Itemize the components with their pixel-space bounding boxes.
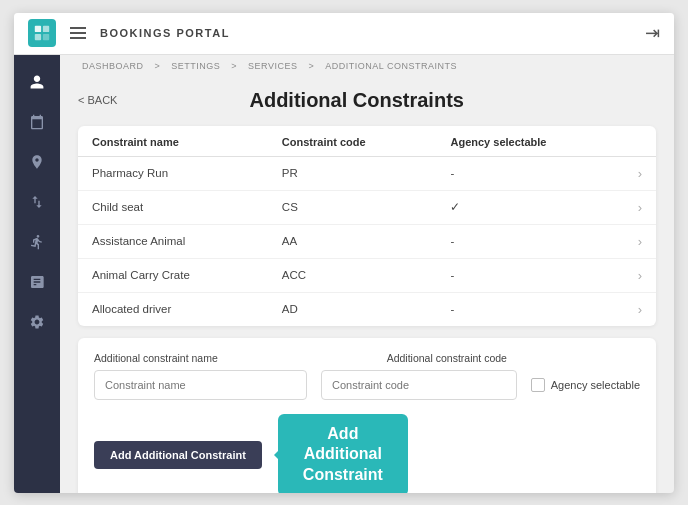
form-name-label: Additional constraint name [94,352,373,364]
row-agency: ✓ [436,190,623,224]
row-code: AD [268,292,437,326]
tooltip-bubble: Add AdditionalConstraint [278,414,408,493]
agency-selectable-label: Agency selectable [551,379,640,391]
add-constraint-button[interactable]: Add Additional Constraint [94,441,262,469]
row-agency: - [436,224,623,258]
sidebar-item-bookings[interactable] [19,105,55,139]
table-row[interactable]: Pharmacy Run PR - › [78,156,656,190]
row-agency: - [436,292,623,326]
content-area: DASHBOARD > SETTINGS > SERVICES > ADDITI… [60,55,674,493]
table-row[interactable]: Animal Carry Crate ACC - › [78,258,656,292]
breadcrumb: DASHBOARD > SETTINGS > SERVICES > ADDITI… [60,55,674,77]
constraints-table-card: Constraint name Constraint code Agency s… [78,126,656,326]
topbar-title: BOOKINGS PORTAL [100,27,645,39]
sidebar-item-users[interactable] [19,65,55,99]
row-code: AA [268,224,437,258]
form-inputs-row: Agency selectable [94,370,640,400]
constraint-name-input[interactable] [94,370,307,400]
row-agency: - [436,156,623,190]
row-name: Allocated driver [78,292,268,326]
agency-selectable-checkbox-wrapper[interactable]: Agency selectable [531,378,640,392]
row-chevron[interactable]: › [624,224,656,258]
row-chevron[interactable]: › [624,258,656,292]
add-constraint-form: Additional constraint name Additional co… [78,338,656,493]
svg-rect-1 [43,26,49,32]
back-link[interactable]: < BACK [78,94,117,106]
sidebar-item-reports[interactable] [19,265,55,299]
sidebar-item-settings[interactable] [19,305,55,339]
hamburger-icon[interactable] [70,27,86,39]
topbar: BOOKINGS PORTAL ⇥ [14,13,674,55]
sidebar [14,55,60,493]
constraint-code-input[interactable] [321,370,517,400]
app-window: BOOKINGS PORTAL ⇥ [14,13,674,493]
col-header-code: Constraint code [268,126,437,157]
row-code: PR [268,156,437,190]
col-header-name: Constraint name [78,126,268,157]
svg-rect-2 [35,34,41,40]
form-labels-row: Additional constraint name Additional co… [94,352,640,364]
agency-selectable-checkbox[interactable] [531,378,545,392]
logout-icon[interactable]: ⇥ [645,22,660,44]
row-chevron[interactable]: › [624,190,656,224]
table-row[interactable]: Allocated driver AD - › [78,292,656,326]
col-header-agency: Agency selectable [436,126,623,157]
row-code: CS [268,190,437,224]
table-row[interactable]: Child seat CS ✓ › [78,190,656,224]
row-chevron[interactable]: › [624,156,656,190]
table-row[interactable]: Assistance Animal AA - › [78,224,656,258]
row-name: Child seat [78,190,268,224]
row-name: Assistance Animal [78,224,268,258]
logo-icon [28,19,56,47]
main-layout: DASHBOARD > SETTINGS > SERVICES > ADDITI… [14,55,674,493]
row-name: Pharmacy Run [78,156,268,190]
sidebar-item-transfers[interactable] [19,185,55,219]
svg-rect-0 [35,26,41,32]
constraints-table: Constraint name Constraint code Agency s… [78,126,656,326]
row-chevron[interactable]: › [624,292,656,326]
constraints-table-wrapper: Constraint name Constraint code Agency s… [78,126,656,326]
form-actions-row: Add Additional Constraint Add Additional… [94,414,640,493]
row-agency: - [436,258,623,292]
row-code: ACC [268,258,437,292]
page-title: Additional Constraints [117,89,656,112]
svg-rect-3 [43,34,49,40]
form-code-label: Additional constraint code [387,352,640,364]
page-header: < BACK Additional Constraints [78,89,656,112]
page-body: < BACK Additional Constraints Constraint… [60,77,674,493]
sidebar-item-services[interactable] [19,225,55,259]
row-name: Animal Carry Crate [78,258,268,292]
sidebar-item-locations[interactable] [19,145,55,179]
